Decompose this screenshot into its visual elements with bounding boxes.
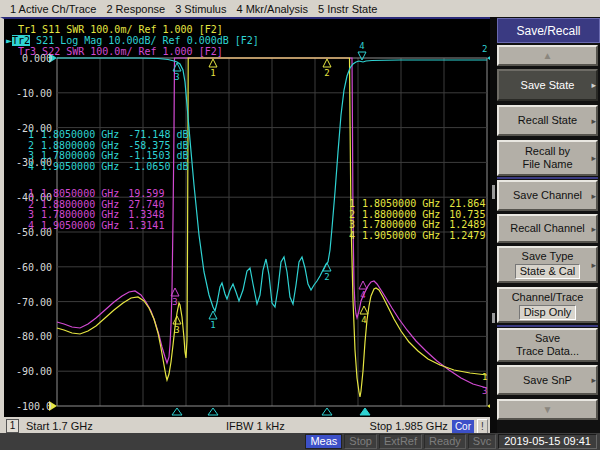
- softkey-separator: [497, 177, 598, 179]
- status-stop: Stop: [344, 434, 377, 449]
- trace2-name: Tr2: [12, 35, 30, 46]
- down-arrow-icon: ▼: [543, 404, 553, 415]
- marker-4-label: 4: [360, 290, 365, 300]
- marker-2-label: 2: [324, 68, 329, 78]
- alert-indicator: !: [477, 419, 488, 434]
- menu-bar: 1 Active Ch/Trace 2 Response 3 Stimulus …: [0, 0, 600, 18]
- marker-row: 11.8050000 GHz-71.148 dB: [24, 130, 189, 141]
- correction-badge: Cor: [452, 420, 474, 433]
- clock: 2019-05-15 09:41: [498, 434, 597, 449]
- save-state-button[interactable]: Save State ▸: [497, 69, 598, 101]
- menu-item-active-ch-trace[interactable]: 1 Active Ch/Trace: [10, 3, 96, 15]
- trace1-definition[interactable]: Tr1 S11 SWR 100.0m/ Ref 1.000 [F2]: [12, 24, 223, 35]
- save-type-button[interactable]: Save Type State & Cal ▸: [497, 246, 598, 283]
- y-axis-label: -60.00: [6, 262, 52, 273]
- start-frequency: Start 1.7 GHz: [26, 420, 93, 432]
- scroll-tick: [492, 185, 495, 199]
- y-axis-label: -80.00: [6, 331, 52, 342]
- y-axis-label: -100.0: [6, 401, 52, 412]
- save-type-value: State & Cal: [515, 264, 581, 279]
- submenu-arrow-icon: ▸: [591, 152, 596, 165]
- marker-table-s11: 11.8050000 GHz21.864 21.8800000 GHz10.73…: [345, 199, 485, 241]
- marker-row: 41.9050000 GHz-1.0650 dB: [24, 162, 189, 173]
- marker-1-glyph: [209, 311, 217, 319]
- softkey-scroll-strip: [490, 17, 497, 433]
- marker-3-label: 3: [174, 72, 179, 82]
- recall-state-button[interactable]: Recall State ▸: [497, 105, 598, 136]
- marker-row: 11.8050000 GHz19.599: [24, 189, 164, 200]
- save-trace-data-button[interactable]: SaveTrace Data...: [497, 328, 598, 362]
- marker-stimulus-indicator: [322, 408, 332, 415]
- y-axis-label: -90.00: [6, 366, 52, 377]
- trace3-params: S22 SWR 100.0m/ Ref 1.000 [F2]: [36, 46, 223, 57]
- recall-channel-button[interactable]: Recall Channel ▸: [497, 214, 598, 243]
- softkey-panel: Save/Recall ▲ Save State ▸ Recall State …: [497, 17, 600, 433]
- marker-table-s21: 11.8050000 GHz-71.148 dB 21.8800000 GHz-…: [24, 130, 189, 172]
- channel-window: 3124123344213 Tr1 S11 SWR 100.0m/ Ref 1.…: [0, 17, 490, 433]
- y-axis-label: 0.000: [6, 53, 52, 64]
- marker-row: 31.7800000 GHz1.2489: [345, 220, 485, 231]
- marker-4-label: 4: [361, 315, 366, 325]
- channel-trace-value: Disp Only: [519, 305, 577, 320]
- up-arrow-icon: ▲: [543, 50, 553, 61]
- menu-item-stimulus[interactable]: 3 Stimulus: [175, 3, 226, 15]
- ifbw-readout: IFBW 1 kHz: [226, 420, 285, 432]
- marker-1-label: 1: [210, 320, 215, 330]
- active-marker-stimulus-indicator: [360, 408, 370, 415]
- marker-stimulus-indicator: [208, 408, 218, 415]
- recall-by-file-name-button[interactable]: Recall byFile Name ▸: [497, 140, 598, 176]
- y-axis-label: -70.00: [6, 297, 52, 308]
- stop-frequency: Stop 1.985 GHz: [370, 420, 448, 432]
- submenu-arrow-icon: ▸: [591, 115, 596, 128]
- marker-row: 31.7800000 GHz1.3348: [24, 210, 164, 221]
- status-extref: ExtRef: [379, 434, 422, 449]
- marker-row: 41.9050000 GHz1.3141: [24, 221, 164, 232]
- marker-3-label: 3: [174, 325, 179, 335]
- softkey-separator: [497, 325, 598, 327]
- scroll-tick: [492, 313, 495, 323]
- marker-2-glyph: [323, 59, 331, 67]
- submenu-arrow-icon: ▸: [591, 79, 596, 92]
- menu-item-mkr-analysis[interactable]: 4 Mkr/Analysis: [236, 3, 308, 15]
- save-snp-button[interactable]: Save SnP ▸: [497, 365, 598, 395]
- marker-row: 11.8050000 GHz21.864: [345, 199, 485, 210]
- marker-3-label: 3: [172, 297, 177, 307]
- menu-item-response[interactable]: 2 Response: [106, 3, 165, 15]
- softkey-scroll-up-button[interactable]: ▲: [497, 45, 598, 66]
- submenu-arrow-icon: ▸: [591, 190, 596, 203]
- softkey-menu-title: Save/Recall: [497, 18, 600, 43]
- marker-stimulus-indicator: [172, 408, 182, 415]
- status-meas: Meas: [305, 434, 342, 449]
- submenu-arrow-icon: ▸: [591, 223, 596, 236]
- channel-trace-button[interactable]: Channel/Trace Disp Only: [497, 287, 598, 323]
- trace1-name: Tr1: [18, 24, 36, 35]
- menu-item-instr-state[interactable]: 5 Instr State: [318, 3, 377, 15]
- trace1-params: S11 SWR 100.0m/ Ref 1.000 [F2]: [36, 24, 223, 35]
- marker-1-label: 1: [210, 68, 215, 78]
- trace2-params: S21 Log Mag 10.00dB/ Ref 0.000dB [F2]: [30, 35, 259, 46]
- status-bar: Meas Stop ExtRef Ready Svc 2019-05-15 09…: [0, 433, 600, 450]
- submenu-arrow-icon: ▸: [591, 374, 596, 387]
- marker-4-glyph: [360, 306, 368, 314]
- channel-number-box: 1: [6, 419, 19, 433]
- marker-row: 41.9050000 GHz1.2479: [345, 231, 485, 242]
- submenu-arrow-icon: ▸: [591, 259, 596, 272]
- trace-end-label: 3: [482, 386, 487, 396]
- marker-4-glyph: [359, 281, 367, 289]
- status-svc: Svc: [468, 434, 496, 449]
- marker-row: 31.7800000 GHz-1.1503 dB: [24, 151, 189, 162]
- softkey-scroll-down-button[interactable]: ▼: [497, 399, 598, 420]
- marker-table-s22: 11.8050000 GHz19.599 21.8800000 GHz27.74…: [24, 189, 164, 231]
- marker-4-label: 4: [359, 41, 364, 51]
- status-ready: Ready: [424, 434, 466, 449]
- marker-2-label: 2: [324, 272, 329, 282]
- marker-4-glyph: [358, 52, 366, 60]
- save-channel-button[interactable]: Save Channel ▸: [497, 180, 598, 211]
- trace-end-label: 1: [482, 372, 487, 382]
- y-axis-label: -10.00: [6, 88, 52, 99]
- trace2-definition[interactable]: ►Tr2 S21 Log Mag 10.00dB/ Ref 0.000dB [F…: [6, 35, 259, 46]
- trace-end-label: 2: [482, 44, 487, 54]
- marker-1-glyph: [209, 59, 217, 67]
